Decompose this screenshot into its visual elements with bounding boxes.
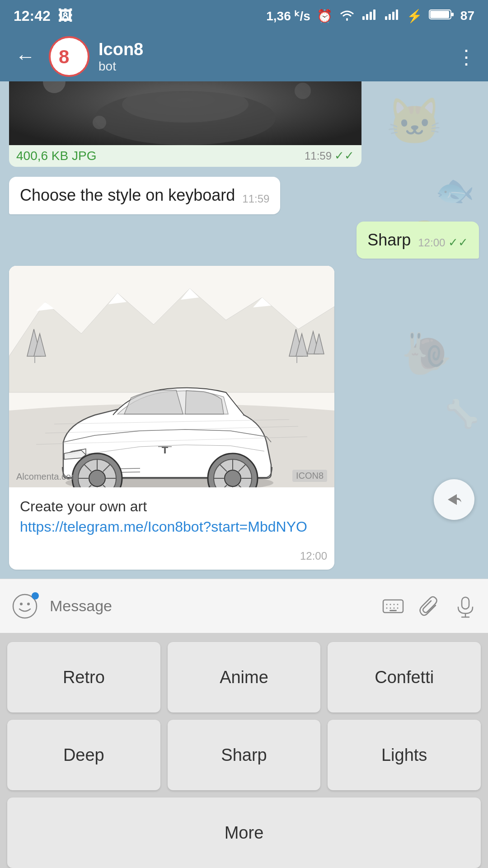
image-message: 400,6 KB JPG 11:59 ✓✓ — [9, 81, 361, 167]
sharp-button[interactable]: Sharp — [168, 720, 321, 790]
retro-button[interactable]: Retro — [7, 642, 160, 712]
double-check-icon: ✓✓ — [334, 149, 354, 163]
svg-rect-6 — [392, 12, 394, 20]
choose-style-message: Choose the style on keyboard 11:59 — [9, 177, 280, 214]
chat-header: ← 8 Icon8 bot ⋮ — [0, 32, 488, 81]
svg-point-62 — [13, 594, 37, 618]
sketch-image: Alcomenta.com ICON8 — [9, 266, 334, 487]
card-footer: Create your own art https://telegram.me/… — [9, 487, 334, 546]
svg-point-63 — [20, 603, 23, 605]
image-filename: 400,6 KB JPG — [16, 149, 300, 163]
svg-rect-1 — [366, 14, 368, 20]
confetti-button[interactable]: Confetti — [328, 642, 481, 712]
status-time: 12:42 — [14, 8, 51, 24]
svg-rect-0 — [362, 16, 365, 20]
keyboard-row-2: Deep Sharp Lights — [7, 720, 481, 790]
avatar-image: 8 — [53, 41, 85, 72]
lights-button[interactable]: Lights — [328, 720, 481, 790]
battery-percent: 87 — [460, 9, 474, 23]
header-info: Icon8 bot — [99, 40, 447, 74]
voice-button[interactable] — [452, 593, 479, 620]
svg-rect-75 — [462, 597, 469, 609]
message-time: 11:59 — [242, 193, 269, 205]
card-caption: Create your own art https://telegram.me/… — [20, 496, 324, 537]
signal2-icon — [384, 8, 400, 24]
more-button[interactable]: More — [7, 797, 481, 868]
bot-card-message: Alcomenta.com ICON8 Create your own art … — [9, 266, 334, 570]
card-link[interactable]: https://telegram.me/Icon8bot?start=MbdNY… — [20, 519, 307, 535]
double-check-icon: ✓✓ — [448, 236, 468, 249]
gallery-icon: 🖼 — [58, 8, 72, 24]
keyboard-row-1: Retro Anime Confetti — [7, 642, 481, 712]
svg-point-64 — [27, 603, 30, 605]
image-time: 11:59 ✓✓ — [305, 149, 354, 163]
anime-button[interactable]: Anime — [168, 642, 321, 712]
battery-icon — [429, 8, 454, 24]
svg-rect-2 — [370, 12, 372, 20]
attach-button[interactable] — [416, 593, 443, 620]
svg-rect-10 — [430, 11, 449, 18]
avatar: 8 — [49, 36, 89, 77]
charging-icon: ⚡ — [407, 9, 422, 24]
svg-text:8: 8 — [59, 46, 69, 67]
network-speed: 1,36 ᵏ/s — [266, 9, 310, 24]
back-button[interactable]: ← — [11, 41, 40, 72]
card-caption-text: Create your own art — [20, 498, 147, 514]
svg-point-18 — [93, 116, 106, 129]
sharp-sent-message: Sharp 12:00 ✓✓ — [357, 222, 479, 259]
svg-rect-74 — [389, 610, 397, 611]
watermark-left: Alcomenta.com — [16, 472, 79, 482]
image-preview — [9, 81, 361, 145]
deep-button[interactable]: Deep — [7, 720, 160, 790]
input-area — [0, 579, 488, 633]
card-message-time: 12:00 — [300, 550, 327, 562]
message-time: 12:00 ✓✓ — [418, 236, 468, 250]
card-time: 12:00 — [9, 546, 334, 570]
svg-rect-9 — [451, 13, 454, 16]
svg-point-36 — [89, 470, 105, 486]
svg-rect-4 — [385, 16, 387, 20]
contact-name: Icon8 — [99, 40, 447, 59]
wifi-icon — [339, 8, 355, 24]
forward-button[interactable] — [434, 479, 474, 520]
alarm-icon: ⏰ — [317, 9, 333, 24]
svg-point-15 — [122, 86, 249, 123]
image-meta: 400,6 KB JPG 11:59 ✓✓ — [9, 145, 361, 167]
contact-status: bot — [99, 59, 447, 74]
keyboard-row-3: More — [7, 797, 481, 868]
messages-container: 400,6 KB JPG 11:59 ✓✓ Choose the style o… — [9, 81, 479, 570]
message-text: Sharp — [367, 230, 411, 251]
chat-area: 🐱 🐟 🐾 🐌 🦴 ☁️ ✂️ 🐠 — [0, 81, 488, 579]
svg-point-17 — [295, 83, 311, 99]
svg-rect-3 — [373, 9, 375, 20]
watermark-right: ICON8 — [292, 470, 327, 482]
svg-rect-5 — [389, 14, 391, 20]
svg-point-47 — [225, 470, 241, 486]
emoji-button[interactable] — [9, 590, 41, 622]
message-input[interactable] — [50, 590, 371, 622]
keyboard-toggle-button[interactable] — [380, 593, 407, 620]
status-bar: 12:42 🖼 1,36 ᵏ/s ⏰ ⚡ — [0, 0, 488, 32]
more-menu-button[interactable]: ⋮ — [456, 45, 477, 68]
svg-rect-7 — [396, 9, 398, 20]
inline-keyboard: Retro Anime Confetti Deep Sharp Lights M… — [0, 633, 488, 868]
signal-icon — [361, 8, 378, 24]
message-text: Choose the style on keyboard — [20, 185, 235, 206]
